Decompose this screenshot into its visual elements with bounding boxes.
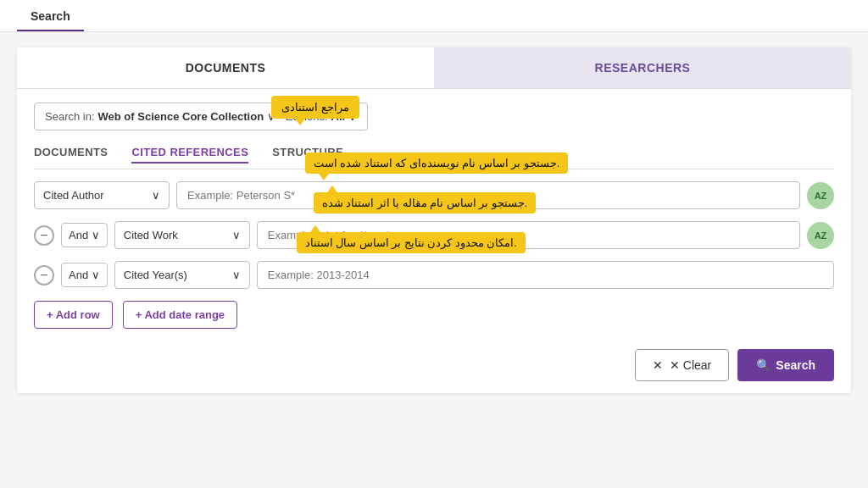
cited-years-select[interactable]: Cited Year(s) ∨ [114, 261, 250, 289]
bottom-bar: ✕ ✕ Clear 🔍 Search [17, 341, 851, 393]
tooltip-cited-years-arrow [310, 225, 320, 232]
inner-content: Search in: Web of Science Core Collectio… [17, 89, 851, 341]
subtab-documents[interactable]: DOCUMENTS [34, 146, 108, 164]
tooltip-arrow-down [295, 119, 305, 125]
add-date-range-button[interactable]: + Add date range [123, 301, 237, 329]
az-button-1[interactable]: AZ [807, 182, 834, 209]
cited-years-input[interactable] [257, 261, 834, 289]
subtab-cited-references[interactable]: CITED REFERENCES [131, 146, 248, 164]
field-select-arrow-3: ∨ [232, 269, 241, 281]
search-in-label: Search in: [45, 110, 95, 123]
search-in-section: Search in: Web of Science Core Collectio… [34, 103, 834, 130]
field-select-arrow-2: ∨ [232, 229, 241, 241]
content-card: DOCUMENTS RESEARCHERS Search in: Web of … [17, 47, 851, 393]
cited-work-select[interactable]: Cited Work ∨ [114, 221, 250, 249]
search-in-database: Web of Science Core Collection [98, 110, 264, 123]
row-cited-years: امکان محدود کردن نتایج بر اساس سال استنا… [34, 261, 834, 289]
tooltip-cited-author: جستجو بر اساس نام نویسنده‌ای که استناد ش… [305, 152, 568, 174]
tooltip-cited-work: جستجو بر اساس نام مقاله یا اثر استناد شد… [314, 192, 536, 214]
and-select-2[interactable]: And ∨ [61, 223, 108, 247]
remove-row-2[interactable]: − [34, 225, 54, 246]
main-tabs: DOCUMENTS RESEARCHERS [17, 47, 851, 89]
and-select-3[interactable]: And ∨ [61, 263, 108, 287]
az-button-2[interactable]: AZ [807, 222, 834, 249]
search-icon: 🔍 [756, 358, 771, 372]
search-row-3: − And ∨ Cited Year(s) ∨ [34, 261, 834, 289]
tooltip-cited-references: مراجع استنادی [271, 96, 359, 119]
tooltip-cited-work-arrow [327, 186, 337, 192]
tab-documents[interactable]: DOCUMENTS [17, 47, 434, 88]
cited-author-select[interactable]: Cited Author ∨ [34, 181, 170, 209]
clear-button[interactable]: ✕ ✕ Clear [635, 349, 729, 381]
search-button[interactable]: 🔍 Search [737, 349, 834, 381]
clear-x-icon: ✕ [653, 358, 663, 372]
tab-researchers[interactable]: RESEARCHERS [434, 47, 851, 88]
remove-row-3[interactable]: − [34, 265, 54, 286]
tooltip-cited-years: امکان محدود کردن نتایج بر اساس سال استنا… [297, 232, 526, 253]
add-row-area: + Add row + Add date range [34, 301, 834, 329]
main-container: DOCUMENTS RESEARCHERS Search in: Web of … [0, 32, 868, 488]
top-nav: Search [0, 0, 868, 32]
nav-tab-search[interactable]: Search [17, 3, 84, 31]
add-row-button[interactable]: + Add row [34, 301, 113, 329]
field-select-arrow: ∨ [152, 189, 160, 202]
tooltip-cited-author-arrow [319, 174, 329, 180]
